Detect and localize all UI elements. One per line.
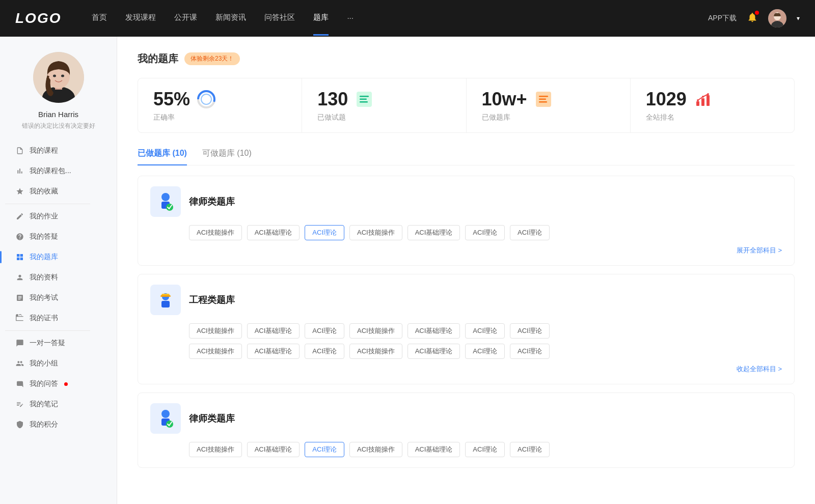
app-download-button[interactable]: APP下载 <box>708 14 737 23</box>
sidebar-label-my-bank: 我的题库 <box>30 253 58 262</box>
list-green-icon <box>354 89 374 109</box>
nav-news[interactable]: 新闻资讯 <box>215 13 246 24</box>
user-menu-chevron[interactable]: ▾ <box>797 15 800 22</box>
bank-section-lawyer-2: 律师类题库 ACI技能操作 ACI基础理论 ACI理论 ACI技能操作 ACI基… <box>138 393 795 468</box>
eng-tag-0[interactable]: ACI技能操作 <box>189 323 242 339</box>
nav-discover[interactable]: 发现课程 <box>125 13 156 24</box>
l2-tag-3[interactable]: ACI技能操作 <box>349 442 402 457</box>
svg-point-11 <box>201 94 211 104</box>
svg-rect-22 <box>707 95 710 106</box>
eng-tag-12[interactable]: ACI理论 <box>465 344 505 359</box>
bank-tags-lawyer-1: ACI技能操作 ACI基础理论 ACI理论 ACI技能操作 ACI基础理论 AC… <box>150 225 782 240</box>
nav-question-bank[interactable]: 题库 <box>313 13 329 24</box>
questions-notification-dot <box>64 382 68 386</box>
bank-tabs: 已做题库 (10) 可做题库 (10) <box>138 148 795 165</box>
sidebar-item-my-questions[interactable]: 我的问答 <box>5 374 112 394</box>
tag-4[interactable]: ACI基础理论 <box>408 225 460 240</box>
eng-tag-8[interactable]: ACI基础理论 <box>247 344 300 359</box>
tag-6[interactable]: ACI理论 <box>510 225 550 240</box>
bar-icon <box>15 166 24 176</box>
bar-red-icon <box>693 89 713 109</box>
svg-point-25 <box>707 93 709 95</box>
bank-header-lawyer-1: 律师类题库 <box>150 186 782 217</box>
sidebar-item-my-data[interactable]: 我的资料 <box>5 267 112 288</box>
sidebar-item-cert[interactable]: 我的证书 <box>5 308 112 328</box>
doc-icon <box>15 293 24 302</box>
l2-tag-5[interactable]: ACI理论 <box>465 442 505 457</box>
sidebar-item-my-notes[interactable]: 我的笔记 <box>5 394 112 414</box>
sidebar-item-my-bank[interactable]: 我的题库 <box>5 247 112 267</box>
star-icon <box>15 187 24 196</box>
user-avatar <box>33 52 84 103</box>
trial-badge: 体验剩余23天！ <box>184 52 240 65</box>
eng-tag-4[interactable]: ACI基础理论 <box>408 323 460 339</box>
qa-icon <box>15 379 24 388</box>
l2-tag-6[interactable]: ACI理论 <box>510 442 550 457</box>
eng-tag-5[interactable]: ACI理论 <box>465 323 505 339</box>
grid-icon <box>15 253 24 262</box>
user-avatar-nav[interactable] <box>768 9 786 27</box>
sidebar-item-favorites[interactable]: 我的收藏 <box>5 181 112 202</box>
nav-home[interactable]: 首页 <box>92 13 107 24</box>
svg-rect-31 <box>160 295 171 297</box>
l2-tag-4[interactable]: ACI基础理论 <box>408 442 460 457</box>
sidebar-item-one-on-one[interactable]: 一对一答疑 <box>5 333 112 353</box>
edit-icon <box>15 212 24 221</box>
svg-rect-14 <box>360 99 367 100</box>
bank-tags-engineer-row1: ACI技能操作 ACI基础理论 ACI理论 ACI技能操作 ACI基础理论 AC… <box>150 323 782 339</box>
tag-3[interactable]: ACI技能操作 <box>349 225 402 240</box>
list-orange-icon <box>533 89 554 109</box>
sidebar-item-course-pack[interactable]: 我的课程包... <box>5 161 112 181</box>
page-header: 我的题库 体验剩余23天！ <box>138 52 795 66</box>
tab-available[interactable]: 可做题库 (10) <box>202 148 252 165</box>
sidebar-label-qa: 我的答疑 <box>30 232 58 241</box>
sidebar-label-my-courses: 我的课程 <box>30 146 58 155</box>
collapse-button-engineer[interactable]: 收起全部科目 > <box>737 365 782 373</box>
bank-footer-engineer: 收起全部科目 > <box>150 364 782 374</box>
svg-point-33 <box>161 410 170 418</box>
sidebar-label-favorites: 我的收藏 <box>30 187 58 196</box>
user-motto: 错误的决定比没有决定要好 <box>12 122 105 130</box>
eng-tag-10[interactable]: ACI技能操作 <box>349 344 402 359</box>
sidebar-item-my-group[interactable]: 我的小组 <box>5 353 112 374</box>
sidebar-item-my-courses[interactable]: 我的课程 <box>5 141 112 161</box>
tag-0[interactable]: ACI技能操作 <box>189 225 242 240</box>
l2-tag-1[interactable]: ACI基础理论 <box>247 442 300 457</box>
bank-section-lawyer-1: 律师类题库 ACI技能操作 ACI基础理论 ACI理论 ACI技能操作 ACI基… <box>138 176 795 266</box>
eng-tag-11[interactable]: ACI基础理论 <box>408 344 460 359</box>
chat-icon <box>15 339 24 348</box>
expand-button-lawyer-1[interactable]: 展开全部科目 > <box>737 246 782 254</box>
tab-done[interactable]: 已做题库 (10) <box>138 148 187 165</box>
svg-point-24 <box>702 96 704 98</box>
navbar: LOGO 首页 发现课程 公开课 新闻资讯 问答社区 题库 ··· APP下载 … <box>0 0 815 37</box>
eng-tag-6[interactable]: ACI理论 <box>510 323 550 339</box>
bank-title-lawyer-2: 律师类题库 <box>189 412 235 425</box>
logo: LOGO <box>15 10 61 26</box>
sidebar-item-homework[interactable]: 我的作业 <box>5 206 112 227</box>
nav-menu: 首页 发现课程 公开课 新闻资讯 问答社区 题库 ··· <box>92 13 708 24</box>
sidebar-label-my-notes: 我的笔记 <box>30 400 58 409</box>
sidebar-label-one-on-one: 一对一答疑 <box>30 339 65 348</box>
nav-more[interactable]: ··· <box>347 13 354 24</box>
l2-tag-0[interactable]: ACI技能操作 <box>189 442 242 457</box>
sidebar-label-my-data: 我的资料 <box>30 273 58 282</box>
stat-rank: 1029 全站排名 <box>631 78 794 132</box>
eng-tag-9[interactable]: ACI理论 <box>305 344 344 359</box>
page-layout: Brian Harris 错误的决定比没有决定要好 我的课程 我的课程包... <box>0 37 815 504</box>
tag-5[interactable]: ACI理论 <box>465 225 505 240</box>
nav-qa[interactable]: 问答社区 <box>264 13 295 24</box>
notification-bell[interactable] <box>747 12 758 25</box>
nav-open-course[interactable]: 公开课 <box>174 13 197 24</box>
sidebar-item-my-exam[interactable]: 我的考试 <box>5 288 112 308</box>
sidebar-item-my-points[interactable]: 我的积分 <box>5 414 112 435</box>
tag-1[interactable]: ACI基础理论 <box>247 225 300 240</box>
eng-tag-13[interactable]: ACI理论 <box>510 344 550 359</box>
eng-tag-1[interactable]: ACI基础理论 <box>247 323 300 339</box>
tag-2[interactable]: ACI理论 <box>305 225 344 240</box>
l2-tag-2[interactable]: ACI理论 <box>305 442 344 457</box>
svg-point-7 <box>53 75 56 77</box>
sidebar-item-qa[interactable]: 我的答疑 <box>5 227 112 247</box>
eng-tag-2[interactable]: ACI理论 <box>305 323 344 339</box>
eng-tag-3[interactable]: ACI技能操作 <box>349 323 402 339</box>
eng-tag-7[interactable]: ACI技能操作 <box>189 344 242 359</box>
